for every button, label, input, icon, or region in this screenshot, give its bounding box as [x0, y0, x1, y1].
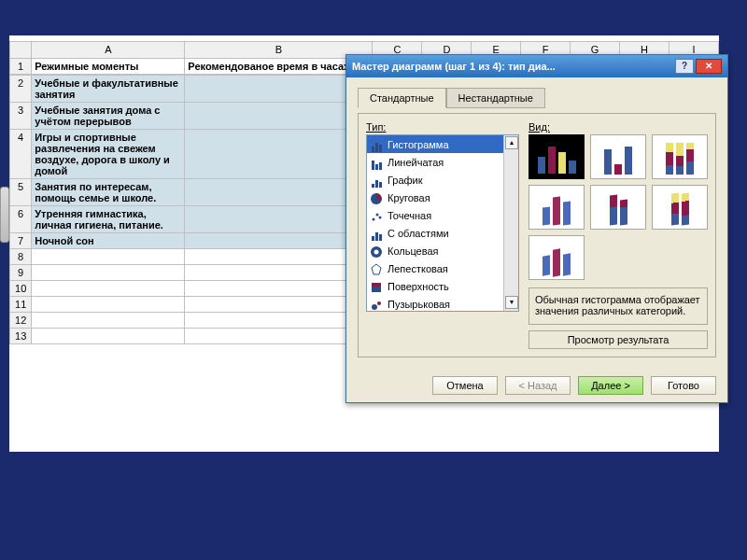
cell[interactable] [32, 329, 185, 344]
preview-button[interactable]: Просмотр результата [529, 330, 708, 349]
chart-type-icon [369, 244, 384, 259]
back-button: < Назад [505, 376, 571, 395]
tab-pane: Тип: ГистограммаЛинейчатаяГрафикКруговая… [358, 113, 716, 357]
row-num[interactable]: 3 [10, 103, 32, 130]
col-A[interactable]: A [32, 42, 185, 59]
svg-point-1 [373, 217, 375, 220]
cell[interactable] [32, 297, 185, 313]
row-num[interactable]: 7 [10, 233, 32, 249]
scrollbar[interactable]: ▴ ▾ [503, 135, 518, 311]
cell[interactable] [185, 281, 373, 297]
cell[interactable]: Учебные занятия дома с учётом перерывов [32, 103, 185, 130]
chart-type-icon [369, 190, 384, 205]
chart-type-item[interactable]: Точечная [367, 206, 518, 224]
help-button[interactable]: ? [675, 59, 694, 74]
chart-type-list[interactable]: ГистограммаЛинейчатаяГрафикКруговаяТочеч… [366, 134, 519, 312]
svg-point-3 [379, 216, 382, 218]
chart-subtype[interactable] [590, 134, 646, 179]
cancel-button[interactable]: Отмена [432, 376, 498, 395]
close-button[interactable]: ✕ [696, 59, 722, 74]
cell[interactable] [185, 249, 373, 265]
chart-subtype[interactable] [529, 134, 585, 179]
row-num[interactable]: 1 [10, 59, 32, 75]
svg-point-5 [374, 249, 379, 254]
tab-standard[interactable]: Стандартные [358, 88, 446, 108]
cell[interactable]: Утренняя гимнастика, личная гигиена, пит… [32, 206, 185, 233]
cell[interactable] [32, 313, 185, 329]
cell[interactable]: Игры и спортивные развлечения на свежем … [32, 130, 185, 179]
row-num[interactable]: 9 [10, 265, 32, 281]
next-button[interactable]: Далее > [578, 376, 643, 395]
chart-subtype[interactable] [590, 185, 646, 230]
chart-type-icon [369, 208, 384, 223]
tab-nonstandard[interactable]: Нестандартные [446, 88, 545, 108]
cell[interactable] [185, 329, 373, 344]
cell[interactable]: Ночной сон [32, 233, 185, 249]
chart-type-label: Точечная [388, 210, 431, 221]
row-num[interactable]: 6 [10, 206, 32, 233]
row-num[interactable]: 2 [10, 76, 32, 103]
chart-type-label: Гистограмма [388, 139, 449, 150]
chart-type-icon [369, 226, 384, 241]
cell[interactable] [32, 249, 185, 265]
row-num[interactable]: 12 [10, 313, 32, 329]
col-B[interactable]: B [185, 42, 373, 59]
chart-type-item[interactable]: Гистограмма [367, 135, 518, 153]
tab-strip: Стандартные Нестандартные [358, 87, 716, 107]
chart-type-label: Круговая [388, 192, 430, 203]
chart-subtype[interactable] [652, 185, 708, 230]
chart-type-label: График [388, 175, 423, 186]
chart-type-item[interactable]: Пузырьковая [367, 295, 518, 312]
chart-type-icon [369, 297, 384, 312]
chart-subtype[interactable] [652, 134, 708, 179]
row-num[interactable]: 13 [10, 329, 32, 344]
chart-type-item[interactable]: Линейчатая [367, 153, 518, 171]
cell[interactable]: 10 [185, 233, 373, 249]
scroll-up-icon[interactable]: ▴ [505, 136, 518, 149]
cell[interactable]: Занятия по интересам, помощь семье и шко… [32, 179, 185, 206]
chart-type-item[interactable]: Круговая [367, 189, 518, 206]
chart-subtype[interactable] [529, 235, 585, 280]
scroll-down-icon[interactable]: ▾ [505, 296, 518, 309]
cell[interactable]: Режимные моменты [32, 59, 185, 75]
view-label: Вид: [529, 121, 708, 133]
chart-type-item[interactable]: Поверхность [367, 277, 518, 295]
cell[interactable] [32, 265, 185, 281]
cell[interactable] [185, 313, 373, 329]
row-num[interactable]: 8 [10, 249, 32, 265]
row-num[interactable]: 10 [10, 281, 32, 297]
dialog-button-row: Отмена < Назад Далее > Готово [346, 369, 727, 402]
cell[interactable] [185, 265, 373, 281]
cell[interactable]: 2,5 [185, 206, 373, 233]
chart-subtype-grid [529, 134, 708, 280]
svg-point-10 [377, 301, 381, 305]
cell[interactable]: 6 [185, 76, 373, 103]
chart-type-item[interactable]: С областями [367, 224, 518, 242]
chart-type-label: Кольцевая [388, 245, 439, 257]
cell[interactable]: 2 [185, 130, 373, 179]
chart-type-item[interactable]: Кольцевая [367, 242, 518, 259]
chart-type-item[interactable]: Лепестковая [367, 259, 518, 277]
corner-cell[interactable] [10, 42, 32, 59]
cell[interactable]: 2 [185, 103, 373, 130]
row-num[interactable]: 5 [10, 179, 32, 206]
chart-type-label: Линейчатая [388, 157, 444, 168]
chart-type-icon [369, 173, 384, 188]
finish-button[interactable]: Готово [651, 376, 716, 395]
chart-type-label: Лепестковая [388, 263, 448, 274]
cell[interactable] [185, 297, 373, 313]
dialog-body: Стандартные Нестандартные Тип: Гистограм… [346, 77, 727, 369]
cell[interactable]: 1,5 [185, 179, 373, 206]
chart-type-icon [369, 279, 384, 294]
chart-subtype[interactable] [529, 185, 585, 230]
row-num[interactable]: 11 [10, 297, 32, 313]
svg-rect-7 [372, 287, 381, 292]
cell[interactable] [32, 281, 185, 297]
row-num[interactable]: 4 [10, 130, 32, 179]
cell[interactable]: Учебные и факультативные занятия [32, 76, 185, 103]
chart-type-label: Пузырьковая [388, 299, 450, 310]
dialog-titlebar[interactable]: Мастер диаграмм (шаг 1 из 4): тип диа...… [346, 55, 727, 77]
side-widget [0, 187, 9, 243]
chart-type-item[interactable]: График [367, 171, 518, 189]
svg-rect-8 [372, 283, 381, 287]
